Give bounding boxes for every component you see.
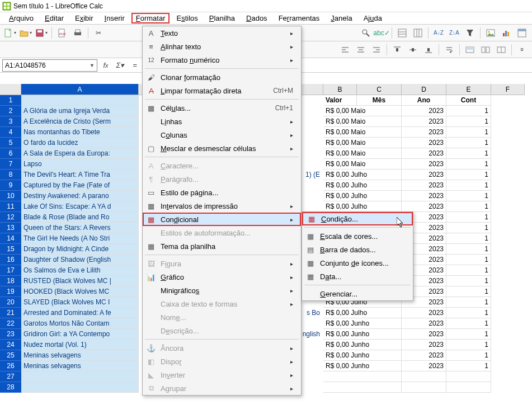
cell[interactable]: Lapso — [21, 159, 139, 170]
cell[interactable]: R$ 0,00 Junho — [323, 350, 402, 361]
row-header[interactable]: 16 — [0, 255, 21, 265]
cell[interactable]: 1 — [446, 116, 491, 127]
row-header[interactable]: 28 — [0, 382, 21, 393]
cell[interactable]: 2023 — [402, 106, 446, 116]
cell[interactable]: 1 — [446, 138, 491, 148]
cell[interactable]: 1 — [446, 329, 491, 340]
cell[interactable]: R$ 0,00 Junho — [323, 361, 402, 371]
cell[interactable]: R$ 0,00 Junho — [323, 329, 402, 340]
insert-col-button[interactable] — [411, 26, 425, 40]
cell[interactable]: Captured by the Fae (Fate of — [21, 180, 139, 191]
cell[interactable]: R$ 0,00 Julho — [323, 170, 402, 180]
row-header[interactable]: 4 — [0, 127, 21, 138]
menu-item-tema[interactable]: ▦Tema da planilha — [143, 239, 301, 253]
col-header-d[interactable]: D — [402, 84, 446, 95]
cell[interactable]: RUSTED (Black Wolves MC | — [21, 276, 139, 286]
row-header[interactable]: 15 — [0, 244, 21, 255]
currency-button[interactable]: ¤ — [515, 43, 529, 57]
cell[interactable]: Gridiron Girl: a YA Contempo — [21, 329, 139, 340]
menu-estilos[interactable]: Estilos — [172, 13, 202, 23]
cell[interactable]: 1 — [446, 340, 491, 350]
cell[interactable]: 1 — [446, 308, 491, 318]
row-header[interactable]: 3 — [0, 116, 21, 127]
cell[interactable]: 1 — [446, 255, 491, 265]
cell[interactable]: R$ 0,00 Junho — [323, 340, 402, 350]
cell[interactable]: Nudez mortal (Vol. 1) — [21, 340, 139, 350]
unmerge-cells-button[interactable] — [479, 43, 492, 57]
align-right-button[interactable] — [370, 43, 383, 57]
cell[interactable]: 1 — [446, 212, 491, 223]
menu-item-estilo-pagina[interactable]: ▭Estilo de página... — [143, 186, 301, 199]
sort-desc-button[interactable]: Z↓A — [448, 26, 461, 40]
cell[interactable]: A Excelência de Cristo (Serm — [21, 116, 139, 127]
row-header[interactable]: 1 — [0, 95, 21, 106]
row-header[interactable]: 23 — [0, 329, 21, 340]
cell[interactable]: Garotos Mortos Não Contam — [21, 318, 139, 329]
cell[interactable] — [323, 371, 402, 382]
cell[interactable] — [402, 371, 446, 382]
menu-arquivo[interactable]: Arquivo — [4, 13, 38, 23]
cell[interactable] — [323, 382, 402, 393]
row-header[interactable]: 17 — [0, 265, 21, 276]
submenu-barra-dados[interactable]: ▤Barra de dados... — [302, 243, 413, 256]
cell[interactable]: 2023 — [402, 329, 446, 340]
align-left-button[interactable] — [338, 43, 352, 57]
cell[interactable]: Meninas selvagens — [21, 361, 139, 371]
cell[interactable]: 2023 — [402, 201, 446, 212]
align-bottom-button[interactable] — [422, 43, 435, 57]
cell[interactable]: Nas montanhas do Tibete — [21, 127, 139, 138]
print-button[interactable] — [71, 26, 84, 40]
row-header[interactable]: 20 — [0, 297, 21, 308]
row-header[interactable]: 7 — [0, 159, 21, 170]
cell[interactable] — [21, 382, 139, 393]
insert-image-button[interactable] — [484, 26, 497, 40]
cell[interactable]: 1 — [446, 191, 491, 201]
function-wizard-button[interactable]: fx — [100, 59, 112, 72]
cell[interactable] — [21, 95, 139, 106]
cell[interactable]: 1 — [446, 297, 491, 308]
accept-button[interactable]: = — [129, 59, 141, 72]
name-box[interactable]: A1:A1048576 ▼ — [2, 59, 97, 72]
cell[interactable] — [446, 382, 491, 393]
menu-exibir[interactable]: Exibir — [70, 13, 98, 23]
row-header[interactable]: 27 — [0, 371, 21, 382]
cell[interactable]: R$ 0,00 Junho — [323, 318, 402, 329]
select-all-corner[interactable] — [0, 84, 21, 95]
cell[interactable]: 1 — [446, 223, 491, 233]
cell[interactable]: A Sala de Espera da Europa: — [21, 148, 139, 159]
cell[interactable]: 2023 — [402, 180, 446, 191]
save-button[interactable] — [35, 26, 48, 40]
cell[interactable]: 1 — [446, 233, 491, 244]
cell[interactable]: Arrested and Dominated: A fe — [21, 308, 139, 318]
menu-editar[interactable]: Editar — [40, 13, 68, 23]
cell[interactable]: 1 — [446, 276, 491, 286]
cell[interactable] — [402, 382, 446, 393]
cell[interactable]: R$ 0,00 Maio — [323, 148, 402, 159]
cell[interactable]: A Glória de uma Igreja Verda — [21, 106, 139, 116]
row-header[interactable]: 21 — [0, 308, 21, 318]
col-header-e[interactable]: E — [446, 84, 491, 95]
export-pdf-button[interactable]: PDF — [55, 26, 69, 40]
cell[interactable]: 1 — [446, 170, 491, 180]
cell[interactable]: 1 — [446, 265, 491, 276]
cell[interactable]: 1 — [446, 244, 491, 255]
cell[interactable]: R$ 0,00 Julho — [323, 191, 402, 201]
cell[interactable]: R$ 0,00 Maio — [323, 116, 402, 127]
spellcheck-button[interactable]: abc✓ — [375, 26, 388, 40]
cell[interactable]: 2023 — [402, 308, 446, 318]
menu-item-colunas[interactable]: Colunas▸ — [143, 128, 301, 142]
col-header-a[interactable]: A — [21, 84, 139, 95]
cell[interactable]: 1 — [446, 361, 491, 371]
row-header[interactable]: 10 — [0, 191, 21, 201]
row-header[interactable]: 2 — [0, 106, 21, 116]
menu-item-minigraficos[interactable]: Minigráficos▸ — [143, 284, 301, 297]
cell[interactable]: The Devil's Heart: A Time Tra — [21, 170, 139, 180]
align-middle-button[interactable] — [406, 43, 420, 57]
submenu-data[interactable]: ▦Data... — [302, 270, 413, 283]
cell[interactable]: Lake Of Sins: Escape: A YA d — [21, 201, 139, 212]
menu-item-formato-numerico[interactable]: 12Formato numérico▸ — [143, 53, 301, 67]
cell[interactable]: Mês — [357, 95, 402, 106]
sum-button[interactable]: Σ▾ — [114, 59, 126, 72]
menu-item-intervalos[interactable]: ▦Intervalos de impressão▸ — [143, 199, 301, 213]
insert-row-button[interactable] — [396, 26, 409, 40]
